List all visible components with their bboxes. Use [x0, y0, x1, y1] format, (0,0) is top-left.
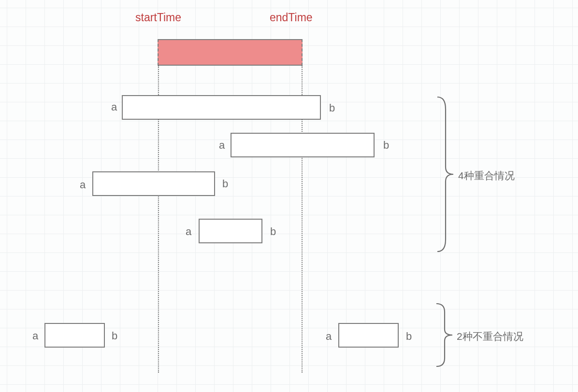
overlap1-a: a — [111, 102, 117, 112]
brace-overlap — [435, 95, 454, 254]
nonoverlap-group-label: 2种不重合情况 — [457, 330, 523, 343]
overlap2-a: a — [219, 140, 225, 151]
diagram-stage: startTime endTime a b a b a b a b a b a … — [0, 0, 578, 392]
reference-interval-box — [158, 39, 303, 66]
nonoverlap1-box — [44, 323, 105, 348]
overlap4-b: b — [270, 226, 276, 237]
end-time-label: endTime — [270, 12, 313, 23]
overlap3-box — [92, 171, 215, 196]
nonoverlap1-a: a — [32, 331, 38, 341]
nonoverlap2-b: b — [406, 331, 412, 342]
overlap4-box — [199, 219, 262, 243]
overlap3-a: a — [80, 180, 86, 190]
brace-nonoverlap — [434, 301, 453, 369]
overlap1-b: b — [329, 103, 335, 113]
overlap2-box — [231, 133, 375, 157]
overlap3-b: b — [222, 179, 228, 189]
start-time-label: startTime — [135, 12, 181, 23]
overlap1-box — [122, 95, 321, 120]
nonoverlap1-b: b — [112, 331, 117, 341]
nonoverlap2-a: a — [326, 331, 332, 342]
overlap-group-label: 4种重合情况 — [458, 169, 515, 182]
overlap2-b: b — [383, 140, 389, 151]
overlap4-a: a — [186, 226, 191, 237]
nonoverlap2-box — [338, 323, 399, 348]
